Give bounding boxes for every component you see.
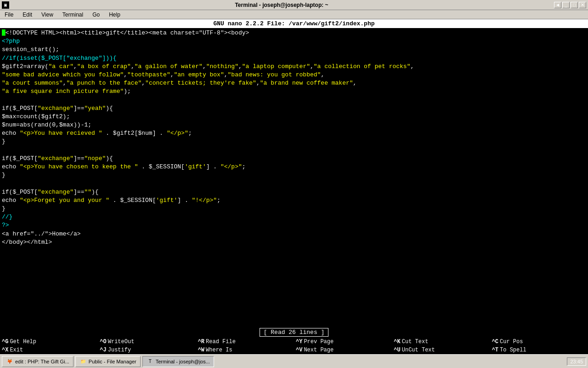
shortcut-item: ^YPrev Page [294,338,392,346]
maximize-button[interactable]: □ [571,2,578,8]
title-bar-left: ▣ [2,1,9,9]
shortcut-item: ^XExit [0,346,98,354]
shortcut-key: ^T [492,347,498,353]
taskbar-label: Public - File Manager [89,359,136,364]
shortcut-label: UnCut Text [402,347,435,353]
menu-file[interactable]: File [2,11,16,19]
shortcut-item: ^KCut Text [392,338,490,346]
shortcut-label: Exit [10,347,23,353]
shortcut-key: ^W [198,347,204,353]
shortcut-item: ^GGet Help [0,338,98,346]
taskbar-icon: 📁 [79,358,87,365]
window-controls: ◄ _ □ ✕ [554,2,586,8]
minimize-button[interactable]: _ [562,2,570,8]
terminal-icon: ▣ [2,1,9,9]
title-bar: ▣ Terminal - joseph@joseph-laptop: ~ ◄ _… [0,0,588,10]
shortcut-item: ^WWhere Is [196,346,294,354]
taskbar-icon: 🦊 [6,358,13,365]
shortcut-label: Justify [108,347,131,353]
taskbar-label: Terminal - joseph@jos... [156,359,210,364]
taskbar: 🦊edit : PHP: The Gift Gi...📁Public - Fil… [0,354,588,368]
shortcut-key: ^J [100,347,106,353]
shortcut-label: Read File [206,339,236,345]
menu-bar: File Edit View Terminal Go Help [0,10,588,19]
status-message: [ Read 26 lines ] [260,328,329,337]
shortcut-label: Cur Pos [500,339,523,345]
taskbar-button[interactable]: TTerminal - joseph@jos... [142,356,214,367]
shortcut-key: ^Y [296,339,302,345]
shortcut-item: ^UUnCut Text [392,346,490,354]
shortcut-key: ^U [394,347,400,353]
shortcut-item: ^CCur Pos [490,338,588,346]
menu-terminal[interactable]: Terminal [60,11,86,19]
shortcut-label: Get Help [10,339,36,345]
shortcut-item: ^OWriteOut [98,338,196,346]
system-clock: 23:45 [567,357,586,366]
shortcut-key: ^X [2,347,8,353]
close-button[interactable]: ✕ [579,2,586,8]
shortcuts-bar: ^GGet Help^XExit^OWriteOut^JJustify^RRea… [0,338,588,354]
shortcut-key: ^C [492,339,498,345]
nano-header: GNU nano 2.2.2 File: /var/www/gift2/inde… [0,19,588,28]
taskbar-label: edit : PHP: The Gift Gi... [15,359,69,364]
taskbar-button[interactable]: 📁Public - File Manager [75,356,141,367]
shortcut-key: ^V [296,347,302,353]
shortcut-item: ^RRead File [196,338,294,346]
taskbar-icon: T [147,358,154,365]
shortcut-label: To Spell [500,347,526,353]
shortcut-label: Cut Text [402,339,429,345]
shortcut-key: ^K [394,339,400,345]
shortcut-label: WriteOut [108,339,135,345]
menu-view[interactable]: View [39,11,56,19]
shortcut-label: Where Is [206,347,232,353]
menu-edit[interactable]: Edit [20,11,35,19]
shortcut-key: ^G [2,339,8,345]
menu-go[interactable]: Go [90,11,102,19]
shortcut-label: Next Page [304,347,334,353]
shortcut-label: Prev Page [304,339,334,345]
editor-area[interactable]: █<!DOCTYPE HTML><html><title>gift</title… [0,28,588,327]
shortcut-item: ^JJustify [98,346,196,354]
shortcut-key: ^O [100,339,106,345]
window-title: Terminal - joseph@joseph-laptop: ~ [9,2,554,8]
taskbar-button[interactable]: 🦊edit : PHP: The Gift Gi... [2,356,74,367]
status-bar: [ Read 26 lines ] [0,327,588,338]
back-button[interactable]: ◄ [554,2,561,8]
shortcut-item: ^TTo Spell [490,346,588,354]
shortcut-item: ^VNext Page [294,346,392,354]
menu-help[interactable]: Help [106,11,123,19]
shortcut-key: ^R [198,339,204,345]
